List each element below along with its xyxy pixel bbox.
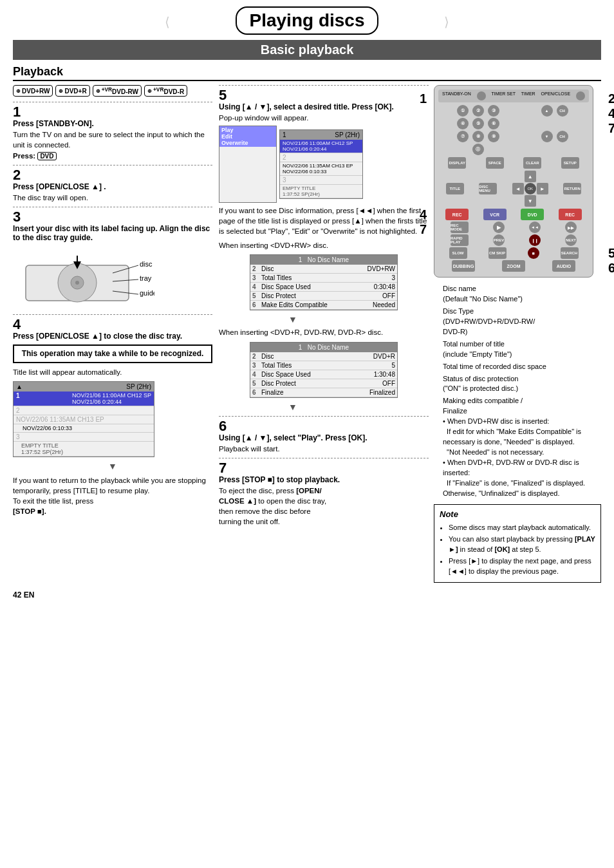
step-2: 2 Press [OPEN/CLOSE ▲] . The disc tray w… — [13, 165, 212, 203]
note-item-2: You can also start playback by pressing … — [449, 534, 595, 554]
note-item-3: Playing discs Press [►] to display the n… — [449, 556, 595, 576]
step-3-number: 3 — [13, 210, 212, 224]
when-rw-label: When inserting <DVD+RW> disc. — [219, 240, 429, 250]
device-container: 1 247 47 56 STANDBY-ON TIMER SET TIMER — [434, 85, 601, 278]
popup-window: PlayEditOverwrite 1 SP (2Hr) NOV/21/06 1… — [219, 126, 429, 203]
step-4-body3: To exit the title list, press [STOP ■]. — [13, 496, 212, 516]
step-6-body: Playback will start. — [219, 444, 429, 454]
device-label-2: 247 — [608, 91, 614, 136]
step-5-body: Pop-up window will appear. — [219, 113, 429, 123]
svg-point-3 — [75, 281, 79, 285]
device-label-1: 1 — [420, 91, 427, 106]
step-7-number: 7 — [219, 461, 429, 475]
step-2-number: 2 — [13, 168, 212, 182]
disc-badges: ⊕DVD+RW ⊕DVD+R ⊕+VRDVD-RW ⊕+VRDVD-R — [13, 85, 212, 97]
svg-text:guide: guide — [140, 289, 154, 297]
left-column: ⊕DVD+RW ⊕DVD+R ⊕+VRDVD-RW ⊕+VRDVD-R 1 Pr… — [13, 85, 212, 583]
note-box: Note Some discs may start playback autom… — [434, 504, 601, 583]
step-4: 4 Press [OPEN/CLOSE ▲] to close the disc… — [13, 314, 212, 516]
step-6-number: 6 — [219, 419, 429, 433]
sub-title: Basic playback — [13, 40, 601, 60]
badge-dvd-plus-r: ⊕DVD+R — [55, 85, 89, 97]
device-label-56: 56 — [608, 246, 614, 276]
device-label-47: 47 — [420, 207, 427, 237]
step-6-title: Using [▲ / ▼], select "Play". Press [OK]… — [219, 433, 429, 442]
right-column: 5 Using [▲ / ▼], select a desired title.… — [219, 85, 601, 583]
when-r-label: When inserting <DVD+R, DVD-RW, DVD-R> di… — [219, 327, 429, 337]
svg-text:disc: disc — [140, 260, 153, 268]
step-3-title: Insert your disc with its label facing u… — [13, 224, 212, 242]
badge-dvd-rw: ⊕+VRDVD-RW — [93, 85, 142, 97]
disc-info-numbered-list: Disc name(Default "No Disc Name") Disc T… — [434, 284, 601, 499]
step-3: 3 Insert your disc with its label facing… — [13, 207, 212, 310]
right-steps: 5 Using [▲ / ▼], select a desired title.… — [219, 85, 429, 583]
svg-text:tray: tray — [140, 274, 152, 282]
main-title: Playing discs — [236, 6, 379, 35]
step-5: 5 Using [▲ / ▼], select a desired title.… — [219, 85, 429, 412]
step-5-title: Using [▲ / ▼], select a desired title. P… — [219, 102, 429, 111]
badge-dvd-plus-rw: ⊕DVD+RW — [13, 85, 53, 97]
step-1-body: Turn the TV on and be sure to select the… — [13, 129, 212, 150]
note-title: Note — [440, 509, 595, 520]
right-device-panel: 1 247 47 56 STANDBY-ON TIMER SET TIMER — [434, 85, 601, 583]
disc-info-rw: 1 No Disc Name 2DiscDVD+RW 3Total Titles… — [250, 254, 398, 310]
note-item-1: Some discs may start playback automatica… — [449, 523, 595, 533]
title-list-step4: ▲ SP (2Hr) 1 NOV/21/06 11:00AM CH12 SPNO… — [13, 381, 154, 457]
step-4-title: Press [OPEN/CLOSE ▲] to close the disc t… — [13, 332, 212, 341]
page-footer: 42 EN — [13, 590, 601, 599]
step-4-body1: Title list will appear automatically. — [13, 367, 212, 377]
badge-dvd-r: ⊕+VRDVD-R — [144, 85, 187, 97]
step-1-press: Press: DVD — [13, 151, 212, 161]
step-4-body2: If you want to return to the playback wh… — [13, 475, 212, 496]
note-list: Some discs may start playback automatica… — [440, 523, 595, 576]
step-7-body: To eject the disc, press [OPEN/ CLOSE ▲]… — [219, 486, 429, 527]
step-1-number: 1 — [13, 105, 212, 119]
step-5-body2: If you want to see Disc information, pre… — [219, 205, 429, 236]
disc-illustration: disc tray guide — [13, 246, 212, 310]
step-2-body: The disc tray will open. — [13, 193, 212, 203]
step-7: 7 Press [STOP ■] to stop playback. To ej… — [219, 458, 429, 527]
step-5-number: 5 — [219, 88, 429, 102]
step-7-title: Press [STOP ■] to stop playback. — [219, 475, 429, 484]
step-4-warning: This operation may take a while to be re… — [13, 344, 212, 363]
step-1-title: Press [STANDBY-ON]. — [13, 119, 212, 128]
step-2-title: Press [OPEN/CLOSE ▲] . — [13, 182, 212, 191]
section-heading: Playback — [13, 65, 601, 81]
step-6: 6 Using [▲ / ▼], select "Play". Press [O… — [219, 416, 429, 454]
step-4-number: 4 — [13, 317, 212, 332]
step-1: 1 Press [STANDBY-ON]. Turn the TV on and… — [13, 102, 212, 160]
remote-control: STANDBY-ON TIMER SET TIMER OPEN/CLOSE — [434, 85, 593, 278]
disc-info-r: 1 No Disc Name 2DiscDVD+R 3Total Titles5… — [250, 342, 398, 398]
